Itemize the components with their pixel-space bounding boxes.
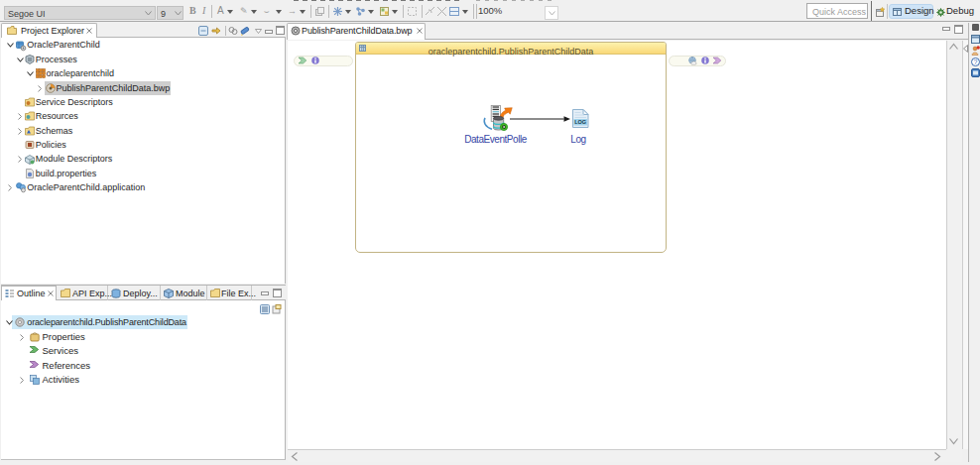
svg-text:?: ? [974, 58, 978, 65]
svg-text:LOG: LOG [574, 119, 586, 125]
